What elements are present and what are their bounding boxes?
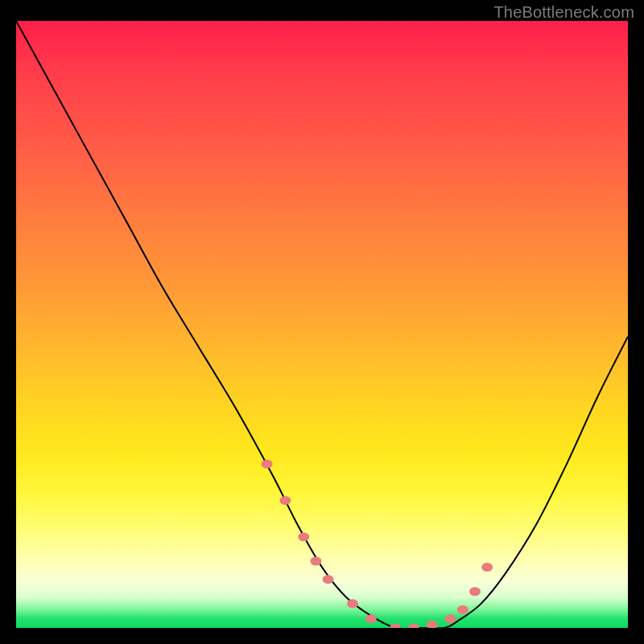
bottleneck-curve xyxy=(16,21,628,628)
marker-dot xyxy=(298,532,309,541)
marker-dot xyxy=(262,460,273,469)
marker-dot xyxy=(365,614,377,623)
marker-dot xyxy=(445,614,456,623)
watermark-text: TheBottleneck.com xyxy=(493,3,634,22)
highlighted-points xyxy=(262,460,493,628)
marker-dot xyxy=(347,599,358,608)
marker-dot xyxy=(408,624,419,629)
marker-dot xyxy=(310,557,321,566)
marker-dot xyxy=(457,605,469,614)
plot-area xyxy=(16,21,628,628)
marker-dot xyxy=(390,624,401,629)
marker-dot xyxy=(279,496,291,505)
chart-frame: TheBottleneck.com xyxy=(0,0,644,644)
curve-svg xyxy=(16,21,628,628)
marker-dot xyxy=(427,621,438,628)
marker-dot xyxy=(481,563,493,572)
marker-dot xyxy=(469,587,481,596)
marker-dot xyxy=(323,575,334,584)
